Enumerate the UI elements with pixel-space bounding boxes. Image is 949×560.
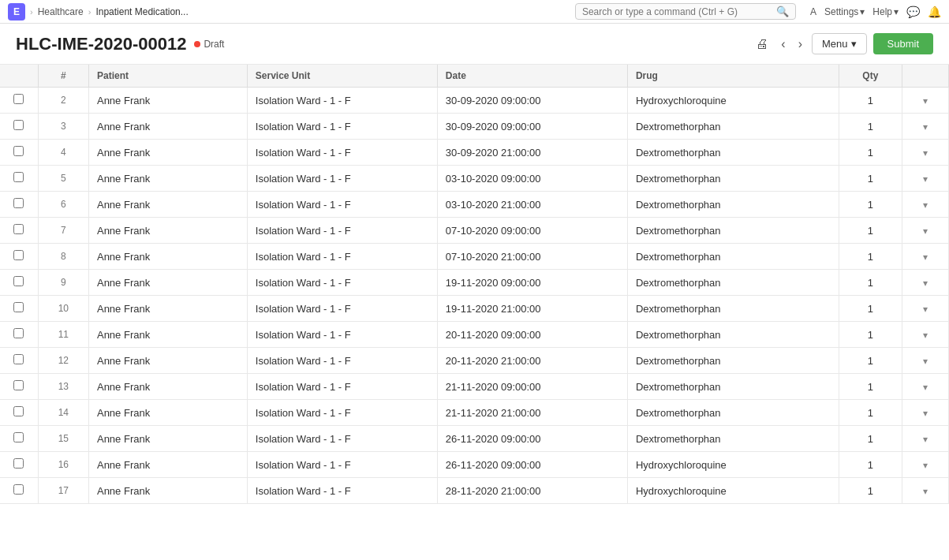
row-action-cell[interactable]: ▾ xyxy=(902,166,949,192)
row-dropdown-icon[interactable]: ▾ xyxy=(923,95,928,106)
row-num: 14 xyxy=(38,400,88,426)
row-checkbox-cell[interactable] xyxy=(0,140,38,166)
row-ward: Isolation Ward - 1 - F xyxy=(247,244,437,270)
next-button[interactable]: › xyxy=(795,34,805,54)
row-date: 19-11-2020 21:00:00 xyxy=(437,296,627,322)
row-checkbox-cell[interactable] xyxy=(0,374,38,400)
row-num: 17 xyxy=(38,478,88,504)
row-dropdown-icon[interactable]: ▾ xyxy=(923,200,928,211)
menu-button[interactable]: Menu ▾ xyxy=(812,33,867,54)
row-checkbox-cell[interactable] xyxy=(0,348,38,374)
row-checkbox-cell[interactable] xyxy=(0,270,38,296)
table-row: 17 Anne Frank Isolation Ward - 1 - F 28-… xyxy=(0,478,949,504)
row-dropdown-icon[interactable]: ▾ xyxy=(923,460,928,471)
row-checkbox[interactable] xyxy=(13,250,24,260)
breadcrumb-healthcare[interactable]: Healthcare xyxy=(38,6,84,17)
row-drug: Dextromethorphan xyxy=(627,244,839,270)
row-dropdown-icon[interactable]: ▾ xyxy=(923,486,928,497)
prev-button[interactable]: ‹ xyxy=(778,34,788,54)
row-checkbox-cell[interactable] xyxy=(0,114,38,140)
help-button[interactable]: Help ▾ xyxy=(872,6,899,17)
row-drug: Dextromethorphan xyxy=(627,374,839,400)
table-row: 14 Anne Frank Isolation Ward - 1 - F 21-… xyxy=(0,400,949,426)
row-action-cell[interactable]: ▾ xyxy=(902,374,949,400)
print-button[interactable]: 🖨 xyxy=(753,34,772,54)
search-box[interactable]: 🔍 xyxy=(575,3,796,20)
row-dropdown-icon[interactable]: ▾ xyxy=(923,226,928,237)
row-checkbox-cell[interactable] xyxy=(0,296,38,322)
row-action-cell[interactable]: ▾ xyxy=(902,296,949,322)
row-checkbox[interactable] xyxy=(13,380,24,390)
submit-button[interactable]: Submit xyxy=(873,33,933,54)
row-checkbox[interactable] xyxy=(13,354,24,364)
row-checkbox-cell[interactable] xyxy=(0,452,38,478)
row-dropdown-icon[interactable]: ▾ xyxy=(923,278,928,289)
col-header-patient: Patient xyxy=(88,65,247,88)
row-action-cell[interactable]: ▾ xyxy=(902,322,949,348)
row-drug: Dextromethorphan xyxy=(627,270,839,296)
medication-table: # Patient Service Unit Date Drug Qty 2 A… xyxy=(0,65,949,504)
row-dropdown-icon[interactable]: ▾ xyxy=(923,121,928,133)
row-date: 07-10-2020 09:00:00 xyxy=(437,218,627,244)
row-checkbox-cell[interactable] xyxy=(0,192,38,218)
row-dropdown-icon[interactable]: ▾ xyxy=(923,147,928,159)
help-label: Help xyxy=(872,6,892,17)
row-dropdown-icon[interactable]: ▾ xyxy=(923,330,928,341)
search-input[interactable] xyxy=(582,6,773,17)
row-checkbox[interactable] xyxy=(13,328,24,338)
row-dropdown-icon[interactable]: ▾ xyxy=(923,174,928,185)
row-checkbox[interactable] xyxy=(13,458,24,469)
row-checkbox[interactable] xyxy=(13,276,24,286)
row-checkbox-cell[interactable] xyxy=(0,218,38,244)
row-dropdown-icon[interactable]: ▾ xyxy=(923,434,928,445)
row-checkbox[interactable] xyxy=(13,224,24,234)
row-dropdown-icon[interactable]: ▾ xyxy=(923,252,928,263)
row-dropdown-icon[interactable]: ▾ xyxy=(923,304,928,315)
row-action-cell[interactable]: ▾ xyxy=(902,348,949,374)
row-checkbox-cell[interactable] xyxy=(0,478,38,504)
row-action-cell[interactable]: ▾ xyxy=(902,140,949,166)
row-checkbox[interactable] xyxy=(13,198,24,208)
row-action-cell[interactable]: ▾ xyxy=(902,244,949,270)
row-checkbox-cell[interactable] xyxy=(0,244,38,270)
row-action-cell[interactable]: ▾ xyxy=(902,114,949,140)
row-dropdown-icon[interactable]: ▾ xyxy=(923,356,928,367)
row-action-cell[interactable]: ▾ xyxy=(902,426,949,452)
row-checkbox[interactable] xyxy=(13,146,24,156)
row-action-cell[interactable]: ▾ xyxy=(902,452,949,478)
row-checkbox-cell[interactable] xyxy=(0,166,38,192)
col-header-ward: Service Unit xyxy=(247,65,437,88)
row-checkbox-cell[interactable] xyxy=(0,322,38,348)
row-checkbox[interactable] xyxy=(13,302,24,312)
row-checkbox[interactable] xyxy=(13,172,24,182)
row-checkbox[interactable] xyxy=(13,432,24,442)
row-checkbox-cell[interactable] xyxy=(0,426,38,452)
row-action-cell[interactable]: ▾ xyxy=(902,270,949,296)
row-checkbox-cell[interactable] xyxy=(0,400,38,426)
row-checkbox[interactable] xyxy=(13,120,24,130)
row-ward: Isolation Ward - 1 - F xyxy=(247,478,437,504)
row-qty: 1 xyxy=(839,296,902,322)
row-dropdown-icon[interactable]: ▾ xyxy=(923,382,928,393)
row-action-cell[interactable]: ▾ xyxy=(902,192,949,218)
settings-button[interactable]: Settings ▾ xyxy=(824,6,865,17)
row-drug: Hydroxychloroquine xyxy=(627,478,839,504)
row-checkbox[interactable] xyxy=(13,484,24,495)
row-checkbox-cell[interactable] xyxy=(0,88,38,114)
row-checkbox[interactable] xyxy=(13,406,24,416)
row-action-cell[interactable]: ▾ xyxy=(902,218,949,244)
bell-icon[interactable]: 🔔 xyxy=(928,6,941,18)
accessibility-button[interactable]: A xyxy=(810,6,816,17)
header-actions: 🖨 ‹ › Menu ▾ Submit xyxy=(753,33,933,54)
row-checkbox[interactable] xyxy=(13,94,24,104)
menu-chevron-icon: ▾ xyxy=(851,38,857,50)
row-num: 13 xyxy=(38,374,88,400)
breadcrumb-inpatient[interactable]: Inpatient Medication... xyxy=(95,6,188,17)
row-patient: Anne Frank xyxy=(88,218,247,244)
row-action-cell[interactable]: ▾ xyxy=(902,88,949,114)
row-action-cell[interactable]: ▾ xyxy=(902,478,949,504)
row-action-cell[interactable]: ▾ xyxy=(902,400,949,426)
row-dropdown-icon[interactable]: ▾ xyxy=(923,408,928,419)
chat-icon[interactable]: 💬 xyxy=(906,6,920,18)
row-patient: Anne Frank xyxy=(88,88,247,114)
